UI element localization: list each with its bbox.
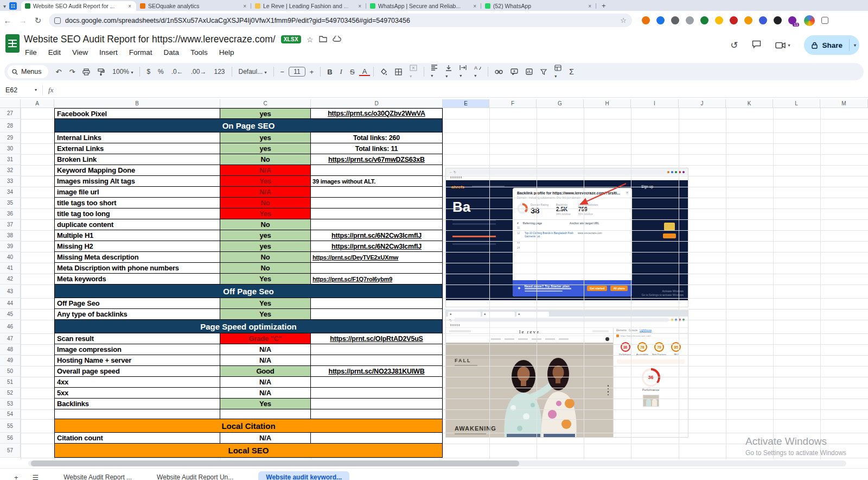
- embedded-image-ahrefs-backlinks[interactable]: ← ↻ ▮ ▮ ▮ ▮ ▮ ▮ ahrefs Sign up Ba Activa…: [446, 168, 688, 307]
- cell-C31-status[interactable]: No: [220, 154, 311, 165]
- cell-C42-status[interactable]: Yes: [220, 274, 311, 285]
- section-row-43[interactable]: Off Page Seo: [54, 285, 443, 298]
- row-header-45[interactable]: 45: [0, 309, 21, 320]
- embedded-image-lereve-pagespeed[interactable]: ■■■ ↻ ▮ ▮ ▮ ▮ ▮ le reve: [446, 311, 688, 437]
- menu-insert[interactable]: Insert: [98, 48, 119, 57]
- menus-search[interactable]: Menus: [8, 65, 48, 78]
- address-bar[interactable]: docs.google.com/spreadsheets/d/1n5SXu57A…: [49, 14, 632, 27]
- browser-tab-2[interactable]: Le Reve | Leading Fashion and ...×: [251, 1, 366, 11]
- site-info-icon[interactable]: [54, 17, 61, 24]
- share-dropdown-icon[interactable]: ▾: [854, 43, 856, 48]
- tab-close-icon[interactable]: ×: [127, 3, 132, 9]
- cell-C45-status[interactable]: Yes: [220, 309, 311, 320]
- cell-B39-label[interactable]: Missing H2: [54, 241, 220, 252]
- cell-D31-detail[interactable]: https://prnt.sc/v67mwDZS63xB: [311, 154, 443, 165]
- row-header-47[interactable]: 47: [0, 333, 21, 344]
- browser-tab-3[interactable]: WhatsApp | Secure and Reliab...×: [366, 1, 481, 11]
- cell-C35-status[interactable]: No: [220, 198, 311, 209]
- cell-C47-status[interactable]: Grade "C": [220, 333, 311, 344]
- cell-B34-label[interactable]: image file url: [54, 187, 220, 198]
- cell-B56-label[interactable]: Citation count: [54, 433, 220, 444]
- cell-B37-label[interactable]: duplicate content: [54, 219, 220, 230]
- cell-B29-label[interactable]: Internal Links: [54, 132, 220, 143]
- text-rotation-icon[interactable]: A ▾: [471, 65, 484, 79]
- functions-sigma-icon[interactable]: Σ: [566, 67, 577, 76]
- menu-edit[interactable]: Edit: [47, 48, 62, 57]
- menu-view[interactable]: View: [71, 48, 89, 57]
- column-header-F[interactable]: F: [489, 99, 537, 108]
- forward-icon[interactable]: →: [15, 16, 30, 25]
- cell-C44-status[interactable]: Yes: [220, 298, 311, 309]
- paint-format-icon[interactable]: [94, 68, 108, 75]
- cell-C40-status[interactable]: No: [220, 252, 311, 263]
- tab-group-icon[interactable]: [9, 2, 17, 10]
- row-header-39[interactable]: 39: [0, 241, 21, 252]
- row-header-55[interactable]: 55: [0, 419, 21, 433]
- cell-D36-detail[interactable]: [311, 209, 443, 219]
- reload-icon[interactable]: ↻: [30, 16, 46, 26]
- name-box-dropdown-icon[interactable]: ▾: [35, 87, 37, 92]
- horizontal-scrollbar[interactable]: [0, 459, 868, 468]
- cell-D30-detail[interactable]: Total links: 11: [311, 143, 443, 154]
- cell-D47-detail[interactable]: https://prnt.sc/OIpRtAD2V5uS: [311, 333, 443, 344]
- cell-C38-status[interactable]: yes: [220, 230, 311, 241]
- borders-icon[interactable]: [392, 68, 405, 75]
- cell-D32-detail[interactable]: [311, 165, 443, 176]
- row-header-52[interactable]: 52: [0, 388, 21, 399]
- screenshot-link[interactable]: https://prnt.sc/o30QZbv2WwVA: [328, 110, 425, 117]
- cell-B42-label[interactable]: Meta keywords: [54, 274, 220, 285]
- cell-D56-detail[interactable]: [311, 433, 443, 444]
- cell-C29-status[interactable]: yes: [220, 132, 311, 143]
- section-row-46[interactable]: Page Speed optimization: [54, 320, 443, 333]
- cell-D38-detail[interactable]: https://prnt.sc/6N2Cw3IcmflJ: [311, 230, 443, 241]
- cell-B27-label[interactable]: Facebook Pixel: [54, 108, 220, 119]
- row-header-40[interactable]: 40: [0, 252, 21, 263]
- row-header-43[interactable]: 43: [0, 285, 21, 298]
- row-header-34[interactable]: 34: [0, 187, 21, 198]
- scrollbar-thumb[interactable]: [31, 460, 519, 466]
- cell-D50-detail[interactable]: https://prnt.sc/NO23J81KUIWB: [311, 366, 443, 377]
- spreadsheet-grid[interactable]: ← ↻ ▮ ▮ ▮ ▮ ▮ ▮ ahrefs Sign up Ba Activa…: [0, 99, 868, 459]
- cell-B45-label[interactable]: Any type of backlinks: [54, 309, 220, 320]
- extension-icon-3[interactable]: [686, 16, 694, 24]
- row-header-29[interactable]: 29: [0, 132, 21, 143]
- extension-icon-5[interactable]: [715, 16, 723, 24]
- extension-icon-9[interactable]: [774, 16, 782, 24]
- extension-icon-10[interactable]: 13: [788, 16, 796, 24]
- section-row-55[interactable]: Local Citation: [54, 419, 443, 433]
- grid-corner[interactable]: [0, 99, 21, 108]
- star-icon[interactable]: ☆: [307, 35, 314, 44]
- menu-data[interactable]: Data: [163, 48, 181, 57]
- menu-format[interactable]: Format: [128, 48, 154, 57]
- vertical-align-icon[interactable]: ▾: [442, 65, 455, 79]
- column-header-I[interactable]: I: [631, 99, 679, 108]
- version-history-icon[interactable]: ↺: [730, 40, 738, 51]
- format-currency-icon[interactable]: $: [143, 68, 154, 75]
- decrease-decimals-icon[interactable]: .0←: [168, 68, 187, 75]
- profile-avatar[interactable]: [804, 15, 815, 26]
- zoom-select[interactable]: 100% ▾: [109, 68, 136, 75]
- section-row-28[interactable]: On Page SEO: [54, 119, 443, 132]
- new-tab-button[interactable]: +: [596, 2, 611, 11]
- extension-icon-2[interactable]: [671, 16, 679, 24]
- browser-tab-1[interactable]: SEOquake analytics×: [136, 1, 251, 11]
- column-header-K[interactable]: K: [726, 99, 773, 108]
- extension-icon-7[interactable]: [744, 16, 752, 24]
- cell-D51-detail[interactable]: [311, 377, 443, 388]
- cell-C30-status[interactable]: yes: [220, 143, 311, 154]
- row-header-53[interactable]: 53: [0, 399, 21, 409]
- cell-B31-label[interactable]: Broken Link: [54, 154, 220, 165]
- print-icon[interactable]: [79, 68, 93, 75]
- tab-close-icon[interactable]: ×: [587, 3, 592, 9]
- add-sheet-icon[interactable]: +: [14, 473, 18, 480]
- sheet-tab-2[interactable]: Website audit keyword...: [258, 471, 349, 480]
- back-icon[interactable]: ←: [0, 16, 15, 25]
- section-row-57[interactable]: Local SEO: [54, 444, 443, 458]
- row-header-49[interactable]: 49: [0, 355, 21, 366]
- column-header-B[interactable]: B: [54, 99, 220, 108]
- cell-B44-label[interactable]: Off Page Seo: [54, 298, 220, 309]
- cell-C37-status[interactable]: No: [220, 219, 311, 230]
- horizontal-align-icon[interactable]: ▾: [427, 65, 441, 79]
- cell-B50-label[interactable]: Overall page speed: [54, 366, 220, 377]
- fill-color-icon[interactable]: [377, 68, 391, 75]
